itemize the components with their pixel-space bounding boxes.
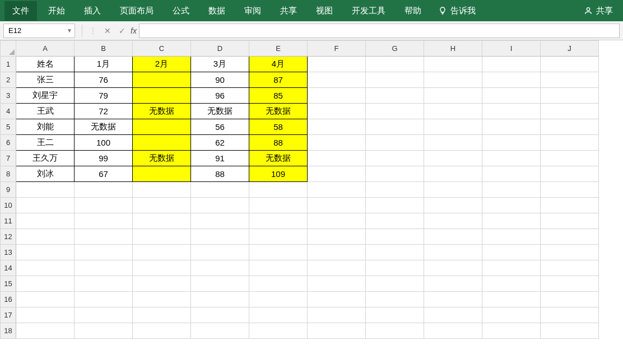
cell[interactable] <box>482 166 541 182</box>
tab-formulas[interactable]: 公式 <box>165 1 197 21</box>
cell[interactable] <box>424 323 482 339</box>
cell[interactable]: 无数据 <box>133 151 191 166</box>
cell[interactable] <box>249 213 308 229</box>
cell[interactable] <box>133 119 191 135</box>
cell[interactable] <box>75 260 133 276</box>
cell[interactable] <box>75 182 133 198</box>
row-header[interactable]: 17 <box>1 307 16 323</box>
row-header[interactable]: 18 <box>1 323 16 339</box>
select-all-corner[interactable] <box>1 41 16 57</box>
cell[interactable] <box>249 323 308 339</box>
cell[interactable] <box>541 245 599 260</box>
row-header[interactable]: 6 <box>1 135 16 151</box>
cell[interactable] <box>191 198 249 213</box>
cell[interactable] <box>191 245 249 260</box>
cell[interactable] <box>308 323 366 339</box>
cell[interactable] <box>191 292 249 307</box>
formula-input[interactable] <box>139 24 620 38</box>
cell[interactable] <box>75 198 133 213</box>
column-header[interactable]: J <box>541 41 599 57</box>
cell[interactable] <box>424 151 482 166</box>
cell[interactable] <box>424 260 482 276</box>
cell[interactable]: 张三 <box>16 72 75 88</box>
share-button[interactable]: 共享 <box>578 6 619 16</box>
cell[interactable] <box>424 229 482 245</box>
cell[interactable] <box>133 276 191 292</box>
cell[interactable] <box>133 166 191 182</box>
row-header[interactable]: 12 <box>1 229 16 245</box>
cell[interactable] <box>16 307 75 323</box>
tab-developer[interactable]: 开发工具 <box>344 1 393 21</box>
cell[interactable]: 刘能 <box>16 119 75 135</box>
cell[interactable]: 1月 <box>75 57 133 72</box>
cell[interactable] <box>424 307 482 323</box>
sheet-area[interactable]: ABCDEFGHIJ1姓名1月2月3月4月2张三7690873刘星宇799685… <box>0 40 623 364</box>
cell[interactable]: 无数据 <box>133 104 191 119</box>
column-header[interactable]: D <box>191 41 249 57</box>
cell[interactable]: 无数据 <box>191 104 249 119</box>
cell[interactable]: 99 <box>75 151 133 166</box>
cell[interactable] <box>191 213 249 229</box>
cell[interactable] <box>308 292 366 307</box>
cell[interactable] <box>482 88 541 104</box>
cell[interactable] <box>366 182 424 198</box>
cell[interactable] <box>249 276 308 292</box>
cell[interactable] <box>366 57 424 72</box>
cell[interactable] <box>482 323 541 339</box>
cell[interactable]: 87 <box>249 72 308 88</box>
cell[interactable] <box>249 198 308 213</box>
cell[interactable] <box>75 323 133 339</box>
tab-file[interactable]: 文件 <box>4 1 37 21</box>
cell[interactable] <box>133 182 191 198</box>
cell[interactable] <box>424 57 482 72</box>
cell[interactable] <box>249 229 308 245</box>
cell[interactable]: 76 <box>75 72 133 88</box>
cell[interactable]: 62 <box>191 135 249 151</box>
cell[interactable]: 王二 <box>16 135 75 151</box>
cell[interactable] <box>424 88 482 104</box>
cell[interactable] <box>424 104 482 119</box>
cell[interactable] <box>541 104 599 119</box>
cell[interactable] <box>482 213 541 229</box>
row-header[interactable]: 4 <box>1 104 16 119</box>
cell[interactable] <box>133 229 191 245</box>
cell[interactable] <box>482 57 541 72</box>
cell[interactable] <box>75 229 133 245</box>
cell[interactable]: 91 <box>191 151 249 166</box>
cell[interactable] <box>133 260 191 276</box>
cell[interactable] <box>133 213 191 229</box>
cell[interactable] <box>249 182 308 198</box>
row-header[interactable]: 16 <box>1 292 16 307</box>
confirm-button[interactable]: ✓ <box>115 26 129 35</box>
cell[interactable] <box>366 323 424 339</box>
cell[interactable] <box>16 292 75 307</box>
cell[interactable] <box>75 307 133 323</box>
cell[interactable] <box>249 292 308 307</box>
cell[interactable] <box>424 292 482 307</box>
cell[interactable] <box>133 135 191 151</box>
cell[interactable] <box>482 307 541 323</box>
cell[interactable] <box>191 260 249 276</box>
column-header[interactable]: G <box>366 41 424 57</box>
cell[interactable] <box>16 182 75 198</box>
cell[interactable]: 4月 <box>249 57 308 72</box>
cell[interactable] <box>133 292 191 307</box>
cell[interactable] <box>308 245 366 260</box>
cell[interactable]: 姓名 <box>16 57 75 72</box>
row-header[interactable]: 13 <box>1 245 16 260</box>
cell[interactable] <box>482 198 541 213</box>
cell[interactable] <box>541 119 599 135</box>
cell[interactable] <box>133 307 191 323</box>
cell[interactable] <box>424 245 482 260</box>
cell[interactable]: 无数据 <box>249 151 308 166</box>
cell[interactable] <box>366 276 424 292</box>
cell[interactable] <box>308 57 366 72</box>
row-header[interactable]: 5 <box>1 119 16 135</box>
cell[interactable]: 88 <box>249 135 308 151</box>
cell[interactable] <box>541 135 599 151</box>
cell[interactable] <box>16 276 75 292</box>
cell[interactable] <box>541 229 599 245</box>
row-header[interactable]: 2 <box>1 72 16 88</box>
cell[interactable] <box>366 119 424 135</box>
cell[interactable] <box>424 276 482 292</box>
